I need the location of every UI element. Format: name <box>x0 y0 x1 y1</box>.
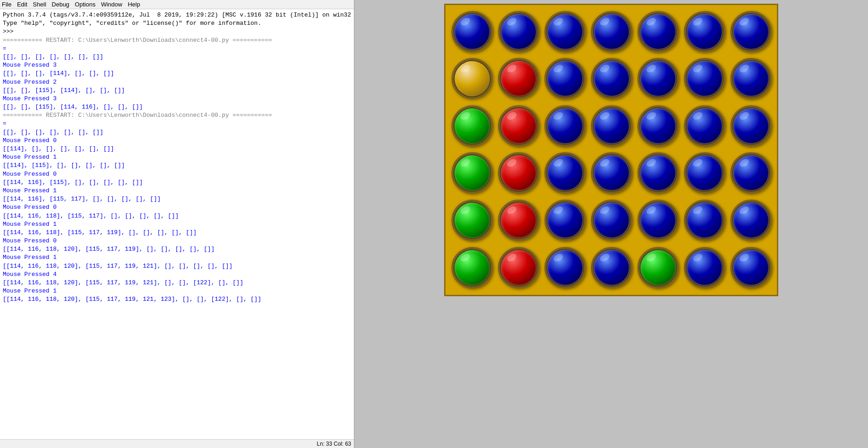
menu-options[interactable]: Options <box>75 1 96 8</box>
shell-line: [[114, 116, 118, 120], [115, 117, 119, 1… <box>3 262 351 270</box>
marble-r1-c0 <box>451 58 493 99</box>
cell-r2-c3[interactable] <box>590 104 633 148</box>
menu-debug[interactable]: Debug <box>52 1 69 8</box>
cell-r3-c3[interactable] <box>590 151 633 195</box>
shell-line: Mouse Pressed 1 <box>3 253 351 262</box>
menu-window[interactable]: Window <box>101 1 122 8</box>
marble-r5-c1 <box>498 247 539 288</box>
marble-r5-c5 <box>684 247 725 288</box>
marble-r3-c5 <box>684 152 725 194</box>
shell-header: Python 3.7.4 (tags/v3.7.4:e09359112e, Ju… <box>3 11 351 36</box>
marble-r1-c3 <box>591 58 632 99</box>
marble-r0-c0 <box>451 11 493 52</box>
marble-r2-c1 <box>498 105 539 147</box>
marble-r3-c3 <box>591 152 632 194</box>
shell-line: [[114, 116, 118, 120], [115, 117, 119], … <box>3 245 351 253</box>
shell-line: [[], [], [115], [114], [], [], []] <box>3 86 351 95</box>
shell-line: [[114, 116, 118, 120], [115, 117, 119, 1… <box>3 279 351 287</box>
cell-r2-c0[interactable] <box>450 104 494 148</box>
menu-bar[interactable]: File Edit Shell Debug Options Window Hel… <box>0 0 354 9</box>
shell-line: Mouse Pressed 1 <box>3 153 351 161</box>
cell-r5-c3[interactable] <box>590 246 633 289</box>
marble-r0-c2 <box>544 11 586 52</box>
cell-r0-c2[interactable] <box>543 10 587 53</box>
cell-r1-c1[interactable] <box>497 57 540 101</box>
cell-r3-c4[interactable] <box>636 151 680 195</box>
game-board[interactable] <box>450 10 772 290</box>
cell-r4-c2[interactable] <box>543 199 587 242</box>
cell-r0-c3[interactable] <box>590 10 633 53</box>
menu-edit[interactable]: Edit <box>17 1 27 8</box>
shell-line: Mouse Pressed 0 <box>3 137 351 145</box>
cell-r4-c4[interactable] <box>636 199 680 242</box>
cell-r1-c3[interactable] <box>590 57 633 101</box>
cell-r4-c1[interactable] <box>497 199 540 242</box>
marble-r0-c4 <box>637 11 679 52</box>
menu-file[interactable]: File <box>2 1 12 8</box>
shell-line: [[], [], [], [114], [], [], []] <box>3 69 351 78</box>
cell-r0-c5[interactable] <box>683 10 726 53</box>
shell-line: [[114], [115], [], [], [], [], []] <box>3 161 351 170</box>
cell-r2-c1[interactable] <box>497 104 540 148</box>
cell-r3-c2[interactable] <box>543 151 587 195</box>
shell-line: [[114, 116, 118], [115, 117], [], [], []… <box>3 212 351 220</box>
game-panel <box>354 0 868 448</box>
marble-r2-c6 <box>730 105 772 147</box>
cell-r2-c4[interactable] <box>636 104 680 148</box>
cell-r4-c6[interactable] <box>729 199 773 242</box>
shell-line: Mouse Pressed 0 <box>3 237 351 245</box>
marble-r1-c1 <box>498 58 539 99</box>
marble-r2-c3 <box>591 105 632 147</box>
cell-r5-c1[interactable] <box>497 246 540 289</box>
shell-output[interactable]: Python 3.7.4 (tags/v3.7.4:e09359112e, Ju… <box>0 9 354 439</box>
cell-r2-c6[interactable] <box>729 104 773 148</box>
marble-r1-c6 <box>730 58 772 99</box>
cell-r5-c4[interactable] <box>636 246 680 289</box>
cell-r3-c1[interactable] <box>497 151 540 195</box>
marble-r3-c6 <box>730 152 772 194</box>
cell-r1-c5[interactable] <box>683 57 726 101</box>
cell-r3-c6[interactable] <box>729 151 773 195</box>
cell-r5-c6[interactable] <box>729 246 773 289</box>
shell-line: [[114], [], [], [], [], [], []] <box>3 145 351 153</box>
shell-line: Mouse Pressed 3 <box>3 61 351 69</box>
marble-r4-c1 <box>498 200 539 241</box>
marble-r5-c2 <box>544 247 586 288</box>
marble-r3-c2 <box>544 152 586 194</box>
shell-line: Mouse Pressed 0 <box>3 170 351 178</box>
marble-r5-c6 <box>730 247 772 288</box>
marble-r1-c2 <box>544 58 586 99</box>
shell-line: Mouse Pressed 1 <box>3 220 351 229</box>
cell-r2-c5[interactable] <box>683 104 726 148</box>
marble-r0-c1 <box>498 11 539 52</box>
cell-r1-c0[interactable] <box>450 57 494 101</box>
cell-r0-c4[interactable] <box>636 10 680 53</box>
marble-r2-c2 <box>544 105 586 147</box>
marble-r0-c6 <box>730 11 772 52</box>
cell-r0-c1[interactable] <box>497 10 540 53</box>
cell-r5-c5[interactable] <box>683 246 726 289</box>
marble-r5-c3 <box>591 247 632 288</box>
cell-r1-c6[interactable] <box>729 57 773 101</box>
cell-r4-c5[interactable] <box>683 199 726 242</box>
marble-r4-c0 <box>451 200 493 241</box>
cell-r2-c2[interactable] <box>543 104 587 148</box>
shell-line: [[], [], [115], [114, 116], [], [], []] <box>3 103 351 111</box>
cell-r5-c2[interactable] <box>543 246 587 289</box>
cell-r4-c3[interactable] <box>590 199 633 242</box>
marble-r3-c1 <box>498 152 539 194</box>
cell-r1-c4[interactable] <box>636 57 680 101</box>
cell-r5-c0[interactable] <box>450 246 494 289</box>
cell-r3-c5[interactable] <box>683 151 726 195</box>
cell-r1-c2[interactable] <box>543 57 587 101</box>
cell-r3-c0[interactable] <box>450 151 494 195</box>
shell-line: Mouse Pressed 1 <box>3 287 351 295</box>
shell-line: [[114, 116], [115, 117], [], [], [], [],… <box>3 195 351 203</box>
cell-r0-c6[interactable] <box>729 10 773 53</box>
menu-help[interactable]: Help <box>128 1 140 8</box>
menu-shell[interactable]: Shell <box>33 1 46 8</box>
marble-r1-c5 <box>684 58 725 99</box>
marble-r0-c3 <box>591 11 632 52</box>
cell-r0-c0[interactable] <box>450 10 494 53</box>
cell-r4-c0[interactable] <box>450 199 494 242</box>
